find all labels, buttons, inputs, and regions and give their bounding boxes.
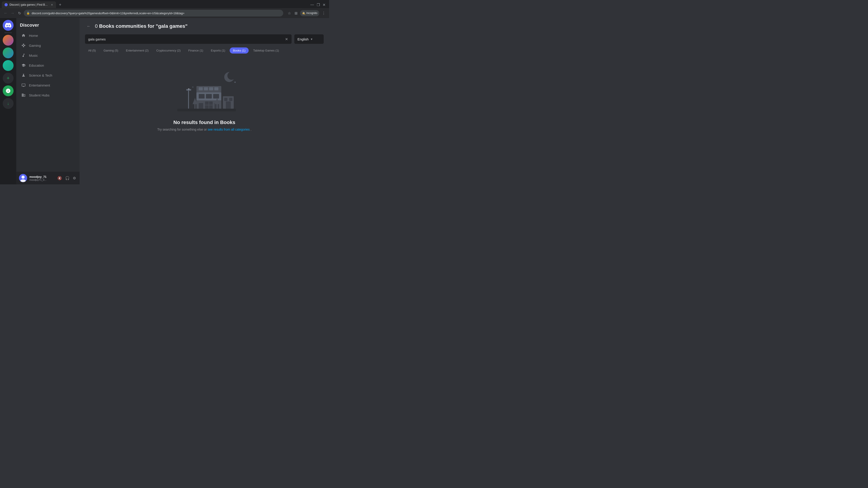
music-icon — [21, 53, 26, 58]
svg-rect-9 — [188, 90, 189, 109]
incognito-icon: 🕵 — [302, 11, 305, 15]
svg-point-11 — [188, 88, 189, 90]
sidebar-item-education[interactable]: Education — [18, 60, 78, 70]
main-content: ← 0 Books communities for "gala games" ✕… — [80, 18, 329, 184]
sidebar-item-music-label: Music — [29, 54, 38, 57]
navigation-bar: ← → ↻ 🔒 discord.com/guild-discovery?quer… — [0, 8, 329, 18]
tab-close-button[interactable]: × — [51, 2, 53, 7]
page-header: ← 0 Books communities for "gala games" — [85, 23, 324, 30]
user-panel: moodjoy_71 moodjoy71_0... 🔇 🎧 ⚙ — [16, 172, 80, 184]
nav-actions: ☆ ⊞ 🕵 Incognito ⋮ — [285, 10, 327, 16]
discord-logo[interactable] — [3, 20, 13, 31]
browser-menu-button[interactable]: ⋮ — [321, 10, 327, 16]
search-clear-button[interactable]: ✕ — [285, 37, 288, 42]
server-icon-2[interactable] — [3, 47, 13, 58]
science-tech-icon — [21, 72, 26, 78]
title-category: Books — [99, 23, 114, 29]
minimize-button[interactable]: — — [310, 3, 314, 7]
headset-button[interactable]: 🎧 — [64, 175, 70, 181]
nav-arrows: ← → — [3, 10, 16, 17]
title-query: "gala games" — [156, 23, 188, 29]
filter-tab-finance[interactable]: Finance (1) — [185, 47, 206, 54]
new-tab-button[interactable]: + — [57, 2, 63, 8]
explore-servers-button[interactable] — [3, 86, 13, 96]
maximize-button[interactable]: ❐ — [317, 3, 320, 7]
app-layout: + ↓ Discover Home — [0, 18, 329, 184]
window-controls: — ❐ ✕ — [310, 3, 327, 7]
active-tab[interactable]: Discord | gala games | Find Boo... × — [2, 1, 56, 8]
download-button[interactable]: ↓ — [3, 98, 13, 109]
forward-arrow[interactable]: → — [9, 10, 16, 17]
tab-title: Discord | gala games | Find Boo... — [9, 3, 49, 6]
sidebar-item-science-tech[interactable]: Science & Tech — [18, 70, 78, 80]
refresh-button[interactable]: ↻ — [17, 10, 22, 16]
gaming-icon — [21, 43, 26, 48]
filter-tab-books[interactable]: Books (1) — [230, 47, 249, 54]
back-arrow[interactable]: ← — [3, 10, 8, 17]
sidebar-item-education-label: Education — [29, 64, 44, 67]
sidebar-item-gaming[interactable]: Gaming — [18, 40, 78, 51]
svg-rect-31 — [224, 98, 227, 101]
sidebar-item-music[interactable]: Music — [18, 51, 78, 60]
svg-rect-18 — [214, 87, 218, 90]
user-tag: moodjoy71_0... — [29, 178, 54, 181]
sidebar-item-science-tech-label: Science & Tech — [29, 73, 52, 77]
svg-rect-12 — [194, 104, 195, 109]
sidebar-item-student-hubs[interactable]: Student Hubs — [18, 90, 78, 100]
sidebar-item-entertainment-label: Entertainment — [29, 84, 50, 87]
svg-rect-21 — [206, 94, 212, 98]
sidebar-item-gaming-label: Gaming — [29, 43, 41, 47]
empty-illustration: ✦ ✕ — [164, 68, 245, 113]
svg-rect-8 — [177, 109, 236, 111]
svg-rect-16 — [204, 87, 208, 90]
add-server-button[interactable]: + — [3, 73, 13, 84]
bookmark-button[interactable]: ☆ — [287, 10, 292, 16]
sidebar-item-home-label: Home — [29, 34, 38, 37]
tab-bar: Discord | gala games | Find Boo... × + —… — [0, 0, 329, 8]
student-hubs-icon — [21, 92, 26, 98]
language-label: English — [298, 37, 309, 41]
empty-state-text: Try searching for something else or — [157, 128, 208, 131]
search-input[interactable] — [88, 37, 285, 41]
incognito-badge: 🕵 Incognito — [300, 10, 319, 16]
sidebar-item-student-hubs-label: Student Hubs — [29, 93, 50, 97]
user-controls: 🔇 🎧 ⚙ — [57, 175, 77, 181]
extensions-button[interactable]: ⊞ — [293, 10, 298, 16]
server-icon-3[interactable] — [3, 60, 13, 71]
svg-rect-27 — [199, 103, 203, 109]
page-title: 0 Books communities for "gala games" — [95, 23, 188, 29]
incognito-label: Incognito — [306, 11, 317, 15]
filter-tab-tabletop[interactable]: Tabletop Games (1) — [250, 47, 282, 54]
svg-point-2 — [22, 175, 25, 179]
sidebar-item-entertainment[interactable]: Entertainment — [18, 80, 78, 90]
see-all-categories-link[interactable]: see results from all categories — [208, 128, 250, 131]
filter-tab-cryptocurrency[interactable]: Cryptocurrency (2) — [153, 47, 184, 54]
address-bar[interactable]: 🔒 discord.com/guild-discovery?query=gala… — [24, 10, 283, 17]
filter-tab-esports[interactable]: Esports (1) — [208, 47, 228, 54]
filter-tab-entertainment[interactable]: Entertainment (2) — [123, 47, 152, 54]
filter-tab-all[interactable]: All (5) — [85, 47, 99, 54]
server-icon-1[interactable] — [3, 35, 13, 46]
language-dropdown[interactable]: English ▾ — [294, 34, 324, 44]
chevron-down-icon: ▾ — [311, 37, 312, 41]
svg-rect-17 — [209, 87, 213, 90]
svg-text:✦: ✦ — [234, 80, 237, 84]
filter-tabs: All (5) Gaming (5) Entertainment (2) Cry… — [85, 47, 324, 54]
address-text: discord.com/guild-discovery?query=gala%2… — [32, 11, 281, 15]
svg-point-5 — [227, 72, 236, 80]
close-window-button[interactable]: ✕ — [322, 3, 326, 7]
empty-state-subtitle: Try searching for something else or see … — [157, 128, 252, 131]
result-count: 0 — [95, 23, 98, 29]
sidebar-item-home[interactable]: Home — [18, 31, 78, 40]
user-info: moodjoy_71 moodjoy71_0... — [29, 175, 54, 181]
svg-rect-32 — [229, 98, 232, 101]
entertainment-icon — [21, 83, 26, 88]
settings-button[interactable]: ⚙ — [72, 175, 77, 181]
user-avatar — [19, 174, 27, 182]
browser-chrome: Discord | gala games | Find Boo... × + —… — [0, 0, 329, 18]
svg-rect-30 — [226, 101, 231, 109]
back-button[interactable]: ← — [85, 23, 92, 30]
lock-icon: 🔒 — [26, 11, 30, 15]
filter-tab-gaming[interactable]: Gaming (5) — [100, 47, 121, 54]
mute-button[interactable]: 🔇 — [57, 175, 63, 181]
